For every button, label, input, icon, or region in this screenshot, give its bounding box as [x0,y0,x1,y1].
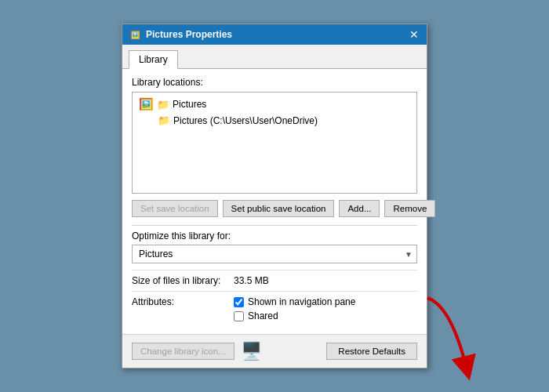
dialog-window: 🖼️ Pictures Properties ✕ Library Library… [122,24,427,368]
optimize-select-wrapper: Pictures General Items Documents Music V… [132,245,417,263]
tab-library[interactable]: Library [129,50,178,69]
change-library-icon-button[interactable]: Change library icon... [132,343,235,360]
action-buttons-row: Set save location Set public save locati… [132,200,417,217]
folder-icon-secondary: 📁 [157,99,169,111]
size-value: 33.5 MB [234,275,269,286]
monitor-icon: 🖥️ [241,341,262,361]
optimize-select[interactable]: Pictures General Items Documents Music V… [132,245,417,263]
library-locations-label: Library locations: [132,77,417,88]
bottom-left: Change library icon... 🖥️ [132,341,262,361]
shared-label: Shared [248,310,278,321]
dialog-content: Library locations: 🖼️ 📁 Pictures 📁 Pictu… [122,69,427,334]
remove-button[interactable]: Remove [384,200,435,217]
dialog-icon: 🖼️ [129,28,141,41]
size-label: Size of files in library: [132,275,234,286]
set-save-location-button[interactable]: Set save location [132,200,218,217]
bottom-bar: Change library icon... 🖥️ Restore Defaul… [122,334,427,368]
size-row: Size of files in library: 33.5 MB [132,270,417,291]
set-public-save-location-button[interactable]: Set public save location [223,200,335,217]
dialog-title: Pictures Properties [146,29,232,40]
divider-1 [132,225,417,226]
list-item-onedrive-label: Pictures (C:\Users\User\OneDrive) [173,115,318,126]
shown-in-nav-checkbox[interactable] [234,297,244,307]
library-list[interactable]: 🖼️ 📁 Pictures 📁 Pictures (C:\Users\User\… [132,92,417,194]
shown-in-nav-label: Shown in navigation pane [248,296,355,307]
attributes-row: Attributes: Shown in navigation pane Sha… [132,296,417,321]
attributes-section: Attributes: Shown in navigation pane Sha… [132,291,417,326]
tab-bar: Library [122,45,427,69]
title-bar: 🖼️ Pictures Properties ✕ [122,24,427,45]
onedrive-folder-icon: 📁 [158,114,170,126]
list-item-pictures-label: Pictures [173,99,206,110]
optimize-label: Optimize this library for: [132,230,417,241]
shared-row: Shared [234,310,355,321]
list-item-onedrive[interactable]: 📁 Pictures (C:\Users\User\OneDrive) [155,113,413,128]
restore-defaults-button[interactable]: Restore Defaults [326,343,417,360]
add-button[interactable]: Add... [339,200,380,217]
checkboxes-container: Shown in navigation pane Shared [234,296,355,321]
close-button[interactable]: ✕ [408,29,420,40]
shared-checkbox[interactable] [234,311,244,321]
title-bar-left: 🖼️ Pictures Properties [129,28,232,41]
attributes-label: Attributes: [132,296,234,307]
shown-in-nav-row: Shown in navigation pane [234,296,355,307]
pictures-folder-icon: 🖼️ [139,97,154,111]
list-item-pictures[interactable]: 🖼️ 📁 Pictures [136,96,413,113]
